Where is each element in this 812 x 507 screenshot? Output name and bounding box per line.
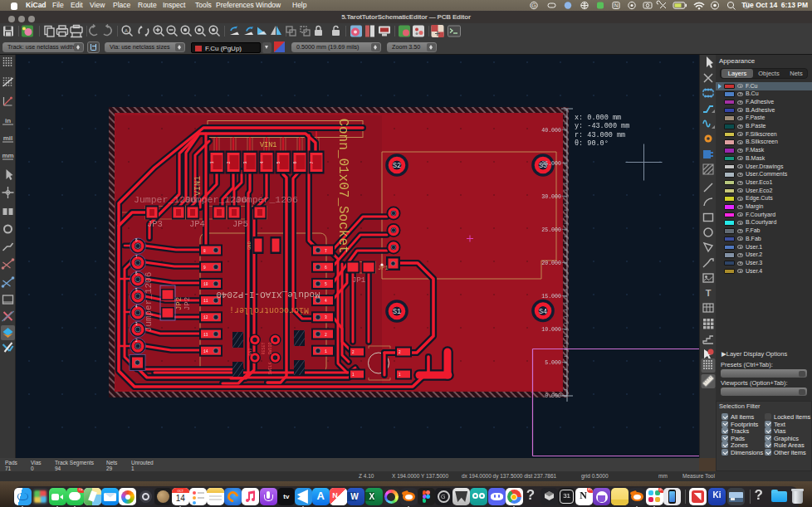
svg-text:mil: mil	[3, 134, 13, 142]
svg-text:r: 43.000 mm: r: 43.000 mm	[575, 131, 625, 139]
svg-text:5: 5	[325, 282, 327, 286]
svg-text:GND: GND	[247, 241, 252, 250]
svg-text:Microcontroller¡: Microcontroller¡	[229, 305, 309, 314]
svg-text:13: 13	[203, 333, 208, 337]
svg-text:7: 7	[310, 161, 315, 163]
svg-text:in: in	[5, 117, 11, 124]
svg-text:mm: mm	[2, 152, 13, 159]
svg-text:25.000: 25.000	[541, 227, 561, 233]
svg-text:JP2: JP2	[175, 297, 183, 310]
svg-text:VIN1: VIN1	[260, 141, 276, 149]
svg-text:1: 1	[210, 161, 215, 163]
svg-text:x: 0.000 mm: x: 0.000 mm	[575, 114, 621, 122]
svg-text:3: 3	[325, 315, 327, 319]
svg-text:JP3: JP3	[147, 219, 163, 229]
svg-text:1: 1	[325, 349, 327, 353]
svg-text:Jumper_1206: Jumper_1206	[144, 272, 154, 333]
svg-text:4: 4	[260, 161, 265, 163]
svg-text:14: 14	[203, 349, 208, 353]
svg-text:VIN1: VIN1	[193, 176, 203, 196]
svg-text:S2: S2	[393, 162, 401, 170]
svg-text:N: N	[614, 2, 619, 8]
svg-text:Module_XIAO-I-P2040: Module_XIAO-I-P2040	[216, 290, 320, 300]
svg-text:S1: S1	[393, 308, 401, 316]
svg-text:0.000: 0.000	[545, 393, 561, 399]
svg-text:11: 11	[203, 299, 208, 303]
svg-text:10.000: 10.000	[541, 327, 561, 333]
svg-text:10: 10	[203, 282, 208, 286]
svg-text:2: 2	[227, 161, 232, 163]
svg-text:T: T	[706, 288, 712, 298]
svg-text:40.000: 40.000	[541, 128, 561, 134]
svg-text:G: G	[531, 2, 536, 8]
svg-text:JP2: JP2	[183, 297, 192, 310]
svg-text:S4: S4	[539, 308, 547, 316]
svg-text:30.000: 30.000	[541, 194, 561, 200]
svg-text:JP4: JP4	[189, 219, 205, 229]
svg-text:JP5: JP5	[232, 219, 248, 229]
svg-text:5.000: 5.000	[545, 360, 561, 366]
svg-text:7: 7	[325, 249, 327, 253]
svg-text:JP1: JP1	[378, 265, 389, 271]
svg-text:Conn_01x07_Socket: Conn_01x07_Socket	[335, 118, 350, 253]
svg-text:y: -43.000 mm: y: -43.000 mm	[575, 122, 629, 130]
svg-text:9: 9	[203, 266, 206, 270]
svg-text:SWDIO: SWDIO	[268, 342, 273, 354]
svg-text:A: A	[125, 28, 128, 33]
svg-text:4: 4	[325, 299, 327, 303]
svg-text:3: 3	[243, 161, 248, 163]
svg-text:JP1: JP1	[352, 276, 365, 285]
svg-text:15.000: 15.000	[541, 294, 561, 300]
svg-text:GND: GND	[248, 348, 253, 355]
svg-text:SWCLK: SWCLK	[268, 362, 273, 374]
svg-text:12: 12	[203, 315, 208, 319]
svg-text:RESET: RESET	[262, 342, 267, 354]
svg-text:35.000: 35.000	[541, 161, 561, 167]
svg-text:θ: 90.0°: θ: 90.0°	[575, 139, 609, 148]
svg-text:6: 6	[293, 161, 298, 163]
svg-text:2: 2	[325, 333, 327, 337]
svg-text:5: 5	[276, 161, 281, 163]
svg-text:20.000: 20.000	[541, 261, 561, 266]
svg-text:Jumper_1206: Jumper_1206	[235, 194, 298, 205]
svg-text:6: 6	[325, 266, 327, 270]
svg-text:8: 8	[203, 249, 206, 253]
